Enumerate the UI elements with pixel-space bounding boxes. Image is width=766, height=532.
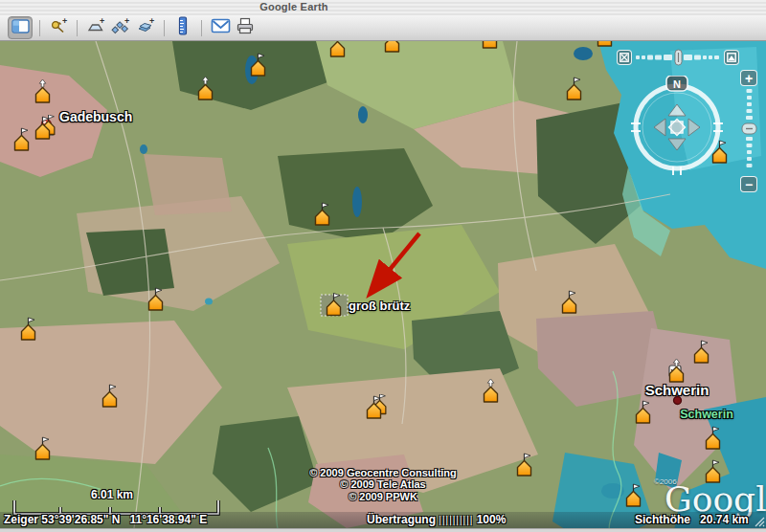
streaming-status: Übertragung |||||||||| 100% — [367, 513, 506, 526]
region-label-schwerin: Schwerin — [680, 408, 733, 421]
house-flag-placemark[interactable] — [146, 286, 166, 315]
house2-flag-placemark[interactable] — [365, 394, 391, 423]
tilt-view-icon — [727, 53, 736, 62]
house-selected-placemark[interactable] — [320, 289, 349, 321]
reddot-placemark[interactable] — [672, 392, 683, 410]
house-flag-placemark[interactable] — [596, 41, 615, 51]
toolbar-separator — [77, 20, 78, 36]
ruler-icon — [177, 16, 189, 39]
status-bar: Zeiger 53°39'26.85" N 11°16'38.94" E Übe… — [0, 512, 766, 528]
svg-text:+: + — [149, 17, 154, 26]
house-flag-placemark[interactable] — [560, 289, 579, 318]
north-button[interactable]: N — [666, 76, 687, 91]
ruler-button[interactable] — [171, 17, 194, 38]
house-flag-placemark[interactable] — [328, 41, 348, 61]
zoom-in-button[interactable]: + — [740, 70, 757, 86]
map-viewport[interactable]: Gadebusch groß brütz Schwerin Schwerin ©… — [0, 41, 766, 528]
house-flag-placemark[interactable] — [624, 482, 643, 511]
add-path-button[interactable]: + — [109, 17, 132, 38]
copyright-line: © 2009 Geocentre Consulting — [309, 467, 457, 478]
look-joystick[interactable] — [654, 104, 700, 150]
add-image-overlay-button[interactable]: + — [134, 17, 157, 38]
streaming-progress: |||||||||| — [439, 515, 473, 525]
pointer-coordinates: Zeiger 53°39'26.85" N 11°16'38.94" E — [4, 513, 207, 526]
copyright-line: © 2009 PPWK — [309, 491, 457, 502]
tilt-view-button[interactable] — [724, 50, 739, 65]
house-arrow-placemark[interactable] — [667, 358, 687, 387]
tilt-control — [617, 49, 739, 66]
house-flag-placemark[interactable] — [634, 399, 653, 428]
sidebar-toggle-button[interactable] — [8, 16, 33, 39]
house-flag-placemark[interactable] — [313, 201, 332, 230]
toolbar-separator — [39, 20, 40, 36]
email-button[interactable] — [209, 17, 232, 38]
resize-grip[interactable] — [754, 516, 765, 527]
house-arrow-placemark[interactable] — [196, 76, 215, 104]
city-label-gadebusch: Gadebusch — [59, 109, 132, 124]
house2-flag-placemark[interactable] — [34, 115, 59, 144]
house-flag-placemark[interactable] — [34, 435, 53, 464]
zoom-track[interactable] — [739, 87, 760, 175]
svg-text:+: + — [100, 17, 104, 26]
house-flag-placemark[interactable] — [481, 41, 500, 53]
tilt-track[interactable] — [634, 49, 722, 66]
add-placemark-icon: + — [49, 17, 68, 38]
email-icon — [211, 18, 231, 37]
house-flag-placemark[interactable] — [101, 383, 120, 411]
svg-text:+: + — [62, 17, 67, 26]
tilt-reset-button[interactable] — [617, 50, 632, 65]
window-title: Google Earth — [259, 1, 327, 12]
north-label: N — [673, 78, 681, 90]
add-polygon-icon: + — [86, 17, 105, 38]
house-flag-placemark[interactable] — [692, 339, 711, 367]
scale-label: 6.01 km — [91, 488, 133, 501]
house-flag-placemark[interactable] — [710, 139, 730, 167]
house-flag-placemark[interactable] — [515, 452, 534, 480]
house-arrow-placemark[interactable] — [383, 41, 402, 56]
add-placemark-button[interactable]: + — [47, 17, 70, 38]
google-earth-window: Google Earth + + + + — [0, 0, 766, 532]
copyright-lines: © 2009 Geocentre Consulting © 2009 Tele … — [309, 467, 457, 502]
add-path-icon: + — [111, 17, 130, 38]
house-flag-placemark[interactable] — [249, 52, 268, 80]
toolbar-separator — [164, 20, 165, 36]
house-arrow-placemark[interactable] — [34, 78, 53, 107]
copyright-line: © 2009 Tele Atlas — [309, 478, 457, 490]
house-flag-placemark[interactable] — [704, 458, 723, 487]
eye-altitude: Sichthöhe 20.74 km — [635, 513, 749, 526]
svg-text:+: + — [124, 17, 129, 26]
zoom-out-button[interactable]: − — [740, 176, 757, 192]
titlebar: Google Earth — [0, 0, 766, 16]
house-flag-placemark[interactable] — [565, 76, 584, 104]
add-polygon-button[interactable]: + — [84, 17, 107, 38]
house-flag-placemark[interactable] — [704, 425, 723, 454]
window-bottom-edge — [0, 528, 766, 532]
top-down-view-icon — [620, 53, 629, 62]
add-image-overlay-icon: + — [136, 17, 155, 38]
print-icon — [236, 17, 255, 38]
sidebar-toggle-icon — [11, 19, 30, 37]
toolbar-separator — [201, 20, 202, 36]
house-arrow-placemark[interactable] — [482, 378, 501, 407]
print-button[interactable] — [234, 17, 257, 38]
house-flag-placemark[interactable] — [12, 126, 32, 155]
house-flag-placemark[interactable] — [19, 316, 38, 344]
placemark-label-gross-bruetz[interactable]: groß brütz — [349, 299, 410, 313]
zoom-control: + − — [739, 68, 760, 194]
toolbar: + + + + — [0, 15, 766, 41]
